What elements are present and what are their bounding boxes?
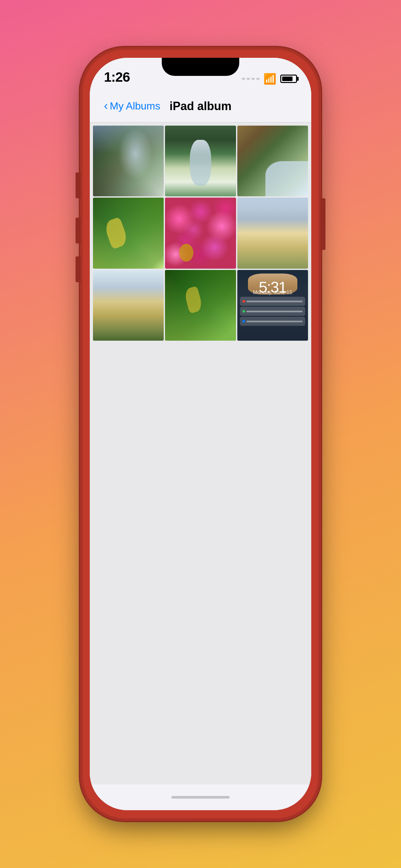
wifi-icon: 📶 [264,73,276,85]
status-time: 1:26 [104,69,130,85]
photo-4[interactable] [93,197,164,268]
notification-2 [240,307,305,316]
page-title: iPad album [169,99,232,113]
phone-device: 1:26 📶 ‹ My Albums iPad album [83,50,318,818]
back-button[interactable]: ‹ My Albums [104,100,160,113]
photo-8[interactable] [165,270,236,341]
home-indicator[interactable] [90,784,311,810]
photo-5[interactable] [165,197,236,268]
signal-icon [242,78,259,80]
notification-1 [240,297,305,306]
photo-3[interactable] [237,126,308,196]
notch [162,58,239,76]
content-area: 5:31 Monday, June 15 [90,122,311,784]
status-icons: 📶 [242,73,297,85]
notification-3 [240,317,305,326]
lockscreen-notifications [240,297,305,326]
battery-icon [280,74,297,83]
photo-2[interactable] [165,126,236,196]
home-bar [172,796,229,799]
back-label: My Albums [110,100,160,112]
photo-grid: 5:31 Monday, June 15 [90,122,311,344]
nav-bar: ‹ My Albums iPad album [90,90,311,122]
photo-6[interactable] [237,197,308,268]
photo-1[interactable] [93,126,164,196]
back-arrow-icon: ‹ [104,99,108,113]
photo-9[interactable]: 5:31 Monday, June 15 [237,270,308,341]
phone-screen: 1:26 📶 ‹ My Albums iPad album [90,58,311,810]
lockscreen-date: Monday, June 15 [237,290,308,296]
photo-7[interactable] [93,270,164,341]
